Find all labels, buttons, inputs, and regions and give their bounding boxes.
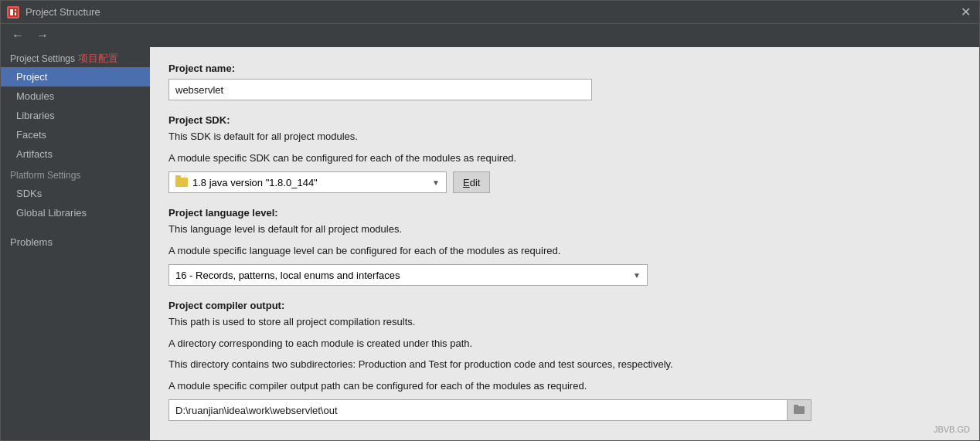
compiler-desc2: A directory corresponding to each module… bbox=[168, 336, 961, 351]
app-icon bbox=[7, 6, 19, 19]
forward-button[interactable]: → bbox=[32, 27, 53, 44]
sdk-desc1: This SDK is default for all project modu… bbox=[168, 129, 961, 144]
language-value: 16 - Records, patterns, local enums and … bbox=[175, 270, 400, 281]
language-dropdown-arrow: ▼ bbox=[633, 271, 641, 280]
content-area: Project Settings 项目配置 Project Modules Li… bbox=[1, 47, 979, 440]
title-bar: Project Structure ✕ bbox=[1, 1, 979, 24]
sdk-dropdown-left: 1.8 java version "1.8.0_144" bbox=[175, 177, 318, 188]
sidebar-item-facets[interactable]: Facets bbox=[1, 125, 150, 144]
compiler-desc3: This directory contains two subdirectori… bbox=[168, 357, 961, 372]
sidebar: Project Settings 项目配置 Project Modules Li… bbox=[1, 47, 150, 440]
window-title: Project Structure bbox=[26, 6, 100, 18]
sdk-edit-label: Edit bbox=[463, 177, 480, 188]
watermark: JBVB.GD bbox=[934, 425, 970, 434]
sidebar-item-sdks[interactable]: SDKs bbox=[1, 184, 150, 203]
sdk-dropdown[interactable]: 1.8 java version "1.8.0_144" ▼ bbox=[168, 171, 447, 193]
nav-bar: ← → bbox=[1, 24, 979, 47]
svg-rect-2 bbox=[15, 9, 16, 11]
platform-settings-label: Platform Settings bbox=[1, 164, 150, 184]
compiler-path-row bbox=[168, 399, 961, 421]
browse-folder-icon bbox=[794, 406, 805, 414]
sdk-folder-icon bbox=[175, 178, 188, 187]
project-name-input[interactable] bbox=[168, 79, 592, 100]
compiler-path-input[interactable] bbox=[168, 399, 787, 421]
sidebar-item-global-libraries[interactable]: Global Libraries bbox=[1, 203, 150, 222]
svg-rect-3 bbox=[15, 12, 16, 15]
sdk-title: Project SDK: bbox=[168, 114, 961, 126]
project-name-section: Project name: bbox=[168, 63, 961, 100]
main-content: Project name: Project SDK: This SDK is d… bbox=[150, 47, 979, 440]
project-structure-window: Project Structure ✕ ← → Project Settings… bbox=[0, 0, 980, 441]
project-settings-chinese: 项目配置 bbox=[78, 52, 118, 66]
sdk-desc2: A module specific SDK can be configured … bbox=[168, 151, 961, 166]
language-desc2: A module specific language level can be … bbox=[168, 243, 961, 259]
sidebar-item-modules[interactable]: Modules bbox=[1, 87, 150, 106]
sidebar-item-project[interactable]: Project bbox=[1, 67, 150, 87]
sidebar-item-artifacts[interactable]: Artifacts bbox=[1, 144, 150, 164]
project-name-label: Project name: bbox=[168, 63, 961, 74]
compiler-section: Project compiler output: This path is us… bbox=[168, 300, 961, 421]
language-section: Project language level: This language le… bbox=[168, 207, 961, 286]
sdk-value: 1.8 java version "1.8.0_144" bbox=[192, 177, 318, 188]
language-desc1: This language level is default for all p… bbox=[168, 222, 961, 237]
back-button[interactable]: ← bbox=[7, 27, 29, 44]
sidebar-item-libraries[interactable]: Libraries bbox=[1, 106, 150, 125]
language-dropdown[interactable]: 16 - Records, patterns, local enums and … bbox=[168, 264, 648, 286]
compiler-desc4: A module specific compiler output path c… bbox=[168, 378, 961, 394]
sdk-dropdown-arrow: ▼ bbox=[432, 178, 440, 187]
sdk-section: Project SDK: This SDK is default for all… bbox=[168, 114, 961, 193]
sdk-row: 1.8 java version "1.8.0_144" ▼ Edit bbox=[168, 171, 961, 193]
title-bar-left: Project Structure bbox=[7, 6, 100, 19]
project-settings-label: Project Settings bbox=[10, 53, 75, 64]
svg-rect-1 bbox=[10, 9, 13, 15]
close-button[interactable]: ✕ bbox=[958, 5, 973, 19]
language-title: Project language level: bbox=[168, 207, 961, 219]
compiler-title: Project compiler output: bbox=[168, 300, 961, 311]
compiler-browse-button[interactable] bbox=[787, 399, 812, 421]
compiler-desc1: This path is used to store all project c… bbox=[168, 314, 961, 330]
sidebar-item-problems[interactable]: Problems bbox=[1, 232, 150, 252]
sdk-edit-button[interactable]: Edit bbox=[453, 171, 490, 193]
